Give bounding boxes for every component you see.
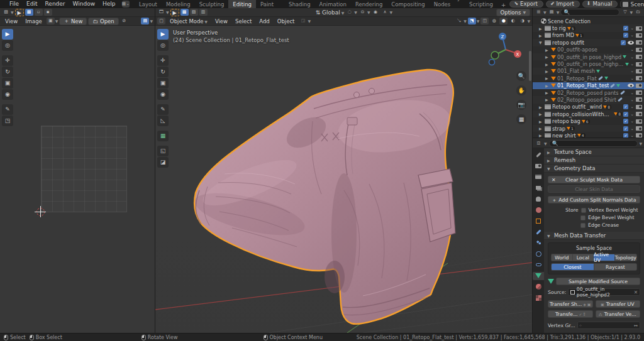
vp-active-tool-icon[interactable]: ▶ — [170, 9, 179, 16]
tab-object[interactable] — [533, 217, 544, 225]
eye-icon[interactable] — [628, 41, 634, 45]
orientation-selector[interactable]: ⇅ Global ▼ — [316, 9, 345, 16]
uv-tool-annotate[interactable]: ✎ — [2, 104, 13, 115]
render-visibility-icon[interactable] — [636, 26, 642, 31]
uv-pin-icon[interactable]: ⊘ — [120, 18, 128, 24]
outliner-row-collision[interactable]: ▶ retopo_collisionWithGun 8 ✓⌄ — [533, 111, 644, 117]
navigation-gizmo[interactable]: Z X — [488, 31, 523, 66]
tab-output[interactable] — [533, 173, 544, 181]
uv-select-face-icon[interactable]: ▪ — [44, 9, 52, 16]
tab-tool[interactable] — [533, 151, 544, 159]
hide-toggle-icon[interactable]: ⌄ — [630, 104, 634, 109]
hide-toggle-icon[interactable]: ⌄ — [630, 112, 634, 117]
vp-menu-object[interactable]: Object — [274, 18, 298, 24]
tab-compositing[interactable]: Compositing — [387, 0, 429, 8]
tab-uv-editing[interactable]: UV Editing — [228, 0, 256, 8]
exclude-checkbox[interactable]: ✓ — [623, 112, 628, 117]
import-button[interactable]: ⬋Import — [546, 1, 580, 8]
exclude-checkbox[interactable]: ✓ — [623, 126, 628, 131]
hide-toggle-icon[interactable]: ⌄ — [630, 68, 634, 73]
uv-tool-transform[interactable]: ◉ — [2, 89, 13, 100]
tab-physics[interactable] — [533, 250, 544, 258]
vp-menu-select[interactable]: Select — [232, 18, 255, 24]
menu-window[interactable]: Window — [69, 0, 99, 8]
vertex-group-selector[interactable]: ⁘ ↔ — [577, 322, 640, 329]
edge-bevel-checkbox[interactable] — [580, 215, 586, 220]
exclude-checkbox[interactable]: ✓ — [621, 40, 626, 45]
shading-solid-icon[interactable]: ● — [499, 18, 508, 24]
hide-toggle-icon[interactable]: ⌄ — [630, 119, 634, 124]
properties-search-input[interactable]: 🔍 — [549, 140, 638, 147]
hide-toggle-icon[interactable]: ⌄ — [630, 47, 634, 52]
clear-sculpt-mask-button[interactable]: ✕Clear Sculpt Mask Data — [548, 176, 640, 183]
vp-tool-move[interactable]: ✛ — [157, 55, 169, 66]
panel-remesh[interactable]: ▶Remesh — [544, 156, 644, 165]
zoom-icon[interactable]: 🔍 — [516, 71, 526, 81]
menu-render[interactable]: Render — [42, 0, 69, 8]
transfer-vertex-button[interactable]: ⁂Transfer Ve... — [596, 310, 641, 318]
exclude-checkbox[interactable]: ✓ — [623, 133, 628, 138]
vp-tool-annotate[interactable]: ✎ — [157, 104, 169, 115]
hide-toggle-icon[interactable]: ⌄ — [630, 76, 634, 81]
tab-scripting[interactable]: Scripting — [465, 0, 497, 8]
tab-texture-paint[interactable]: Texture Paint — [256, 0, 284, 8]
render-visibility-icon[interactable] — [636, 55, 642, 59]
workspace-switch-icon[interactable]: ▦⌄ — [122, 1, 130, 8]
manual-button[interactable]: ⬇Manual — [582, 1, 618, 8]
vp-tool-extra1[interactable]: ◱ — [157, 146, 169, 156]
uv-menu-view[interactable]: View — [2, 18, 21, 24]
render-visibility-icon[interactable] — [636, 40, 642, 45]
outliner-row-strap[interactable]: ▶ strap 1 ✓⌄ — [533, 125, 644, 132]
method-raycast-button[interactable]: Raycast — [594, 263, 637, 271]
outliner-row-outfit-highpd2[interactable]: ▶ 00_outfit_in pose_highpd2 ⌄ — [533, 60, 644, 67]
proportional-edit-icon[interactable]: ◉ — [372, 9, 380, 16]
show-overlays-icon[interactable]: ⬔ — [468, 18, 476, 24]
tab-shading[interactable]: Shading — [284, 0, 315, 8]
uv-2d-cursor[interactable] — [36, 208, 45, 216]
uv-channels-icon[interactable]: ▤ — [141, 18, 149, 24]
vp-canvas[interactable]: ▶ ◎ ✛ ↻ ▣ ◉ ✎ ◺ ▦ ◱ ◪ User — [155, 26, 532, 333]
hide-toggle-icon[interactable]: ⌄ — [630, 133, 634, 138]
render-visibility-icon[interactable] — [636, 84, 642, 88]
menu-file[interactable]: File — [6, 0, 23, 8]
exclude-checkbox[interactable]: ✓ — [623, 119, 628, 124]
ortho-grid-icon[interactable]: ▦ — [516, 114, 526, 124]
hide-toggle-icon[interactable]: ⌄ — [630, 126, 634, 131]
transfer-2-button[interactable]: Transfe...✓ ⁑ — [548, 310, 593, 318]
space-world-button[interactable]: World — [551, 254, 572, 261]
add-split-normals-button[interactable]: ＋Add Custom Split Normals Data — [548, 196, 640, 203]
uv-sync-select-icon[interactable]: ▩ — [25, 9, 33, 16]
render-visibility-icon[interactable] — [636, 119, 642, 124]
vp-tool-cursor[interactable]: ◎ — [157, 40, 169, 51]
method-closest-button[interactable]: Closest — [551, 263, 594, 271]
render-visibility-icon[interactable] — [636, 33, 642, 38]
outliner-row-new-shirt[interactable]: ▶ new shirt 4 ✓⌄ — [533, 132, 644, 138]
uv-active-tool-icon[interactable]: ▶ — [15, 9, 24, 16]
uv-tool-grab[interactable]: ◳ — [2, 116, 13, 126]
outliner-row-retopo-outfit[interactable]: ▼ retopo outfit ✓ — [533, 39, 644, 46]
tab-constraints[interactable] — [533, 261, 544, 269]
pan-hand-icon[interactable]: ✋ — [516, 85, 526, 95]
tab-animation[interactable]: Animation — [315, 0, 351, 8]
camera-view-icon[interactable]: 📷 — [516, 100, 526, 110]
shading-rendered-icon[interactable]: ◑ — [518, 18, 526, 24]
outliner-row-posed-shirt[interactable]: ▶ 02_Retopo_posed Shirt ⌄ — [533, 96, 644, 103]
vp-mode-vertex-icon[interactable]: ▩ — [180, 9, 189, 16]
vp-mode-edge-icon[interactable]: ▨ — [190, 9, 198, 16]
eye-icon[interactable] — [628, 84, 634, 87]
tab-geometry-nodes[interactable]: Geometry Nodes — [430, 0, 465, 8]
outliner-row-outfit-apose[interactable]: ▶ 00_outfit-apose ⌄ — [533, 46, 644, 53]
clear-source-icon[interactable]: ✕ — [634, 290, 638, 295]
uv-select-vertex-icon[interactable]: ▫ — [35, 9, 43, 16]
tab-layout[interactable]: Layout — [135, 0, 162, 8]
uv-menu-image[interactable]: Image — [22, 18, 45, 24]
tab-modeling[interactable]: Modeling — [162, 0, 195, 8]
render-visibility-icon[interactable] — [636, 69, 642, 73]
vp-tool-measure[interactable]: ◺ — [157, 116, 169, 126]
hide-toggle-icon[interactable]: ⌄ — [630, 97, 634, 102]
vp-tool-transform[interactable]: ◉ — [157, 89, 169, 100]
new-collection-icon[interactable]: 🗀 — [634, 9, 642, 16]
vp-tool-extra2[interactable]: ◪ — [157, 157, 169, 168]
tab-particles[interactable] — [533, 239, 544, 247]
render-visibility-icon[interactable] — [636, 133, 642, 138]
